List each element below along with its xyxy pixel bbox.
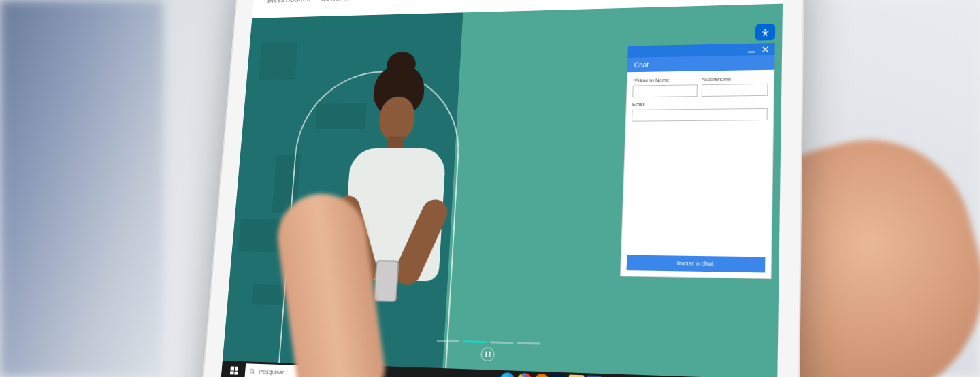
svg-line-3 <box>253 372 255 374</box>
chrome-icon[interactable] <box>516 373 532 377</box>
chat-submit-button[interactable]: Iniciar o chat <box>627 255 766 273</box>
first-name-label: *Primeiro Nome <box>633 76 698 83</box>
nav-noticias[interactable]: NOTÍCIAS <box>321 0 350 2</box>
search-placeholder: Pesquisar <box>259 368 284 376</box>
svg-point-0 <box>764 29 766 31</box>
windows-icon <box>230 366 238 374</box>
nav-privacidade[interactable]: PORTAL DA PRIVACIDADE <box>360 0 437 1</box>
chat-title: Chat <box>634 61 649 69</box>
firefox-icon[interactable] <box>534 374 549 377</box>
nav-investidores[interactable]: INVESTIDORES <box>267 0 311 4</box>
last-name-input[interactable] <box>702 84 768 97</box>
last-name-label: *Sobrenome <box>702 76 768 82</box>
chat-body: *Primeiro Nome *Sobrenome Email Iniciar … <box>620 70 774 279</box>
background-blur-left <box>0 0 163 377</box>
photoshop-icon[interactable]: Ps <box>551 374 566 377</box>
carousel-dot[interactable] <box>490 341 513 344</box>
first-name-input[interactable] <box>632 84 698 97</box>
start-button[interactable] <box>225 362 243 377</box>
minimize-icon[interactable] <box>747 46 756 54</box>
carousel-pause-icon[interactable] <box>480 347 495 361</box>
email-input[interactable] <box>632 108 768 122</box>
file-explorer-icon[interactable] <box>568 375 583 377</box>
edge-icon[interactable] <box>499 372 514 377</box>
taskbar-pinned-apps: Ps W <box>499 372 601 377</box>
search-icon <box>248 367 256 375</box>
email-label: Email <box>632 100 768 108</box>
chat-widget: Chat *Primeiro Nome *Sobrenome <box>620 43 775 279</box>
accessibility-icon <box>760 27 770 37</box>
carousel-dot[interactable] <box>517 342 540 344</box>
accessibility-button[interactable] <box>755 24 775 40</box>
close-icon[interactable] <box>762 46 770 53</box>
